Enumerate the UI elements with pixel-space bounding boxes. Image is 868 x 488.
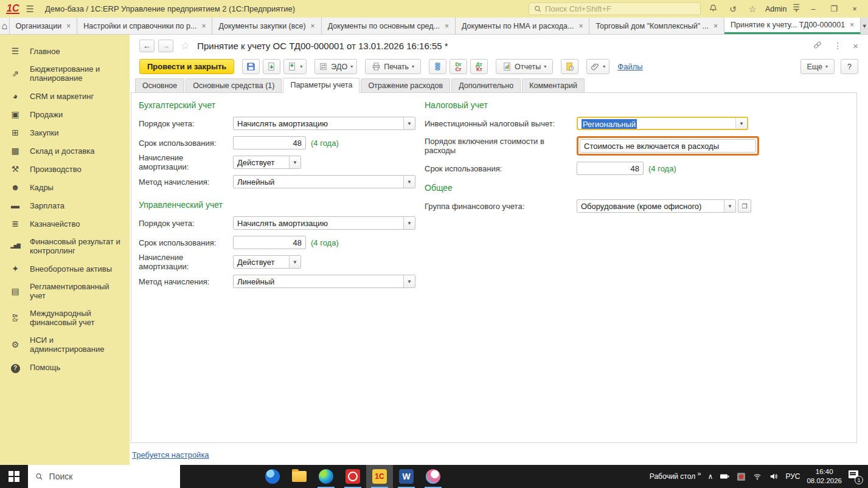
more-button[interactable]: Еще▾ bbox=[800, 59, 835, 74]
close-icon[interactable]: × bbox=[445, 22, 449, 30]
tab-nma-documents[interactable]: Документы по НМА и расхода...× bbox=[456, 18, 589, 34]
media-app-icon[interactable] bbox=[339, 465, 366, 488]
help-button[interactable]: ? bbox=[841, 59, 858, 74]
tab-expense-reflection[interactable]: Отражение расходов bbox=[361, 78, 450, 92]
kebab-menu-icon[interactable]: ⋮ bbox=[833, 41, 842, 50]
notifications-bell-icon[interactable] bbox=[707, 4, 720, 15]
chevron-down-icon[interactable]: ▼ bbox=[724, 200, 735, 212]
taskbar-search-input[interactable] bbox=[49, 472, 173, 481]
file-explorer-app-icon[interactable] bbox=[286, 465, 313, 488]
tab-fixed-assets-documents[interactable]: Документы по основным сред...× bbox=[322, 18, 456, 34]
tab-settings-references[interactable]: Настройки и справочники по р...× bbox=[77, 18, 212, 34]
close-icon[interactable]: × bbox=[850, 21, 854, 29]
language-indicator[interactable]: РУС bbox=[785, 472, 800, 481]
start-button[interactable] bbox=[0, 465, 28, 488]
chevron-down-icon[interactable]: ▼ bbox=[289, 156, 300, 168]
wifi-icon[interactable] bbox=[752, 472, 762, 481]
accounting-order-combo[interactable]: Начислять амортизацию▼ bbox=[233, 117, 415, 130]
maximize-button[interactable]: ❐ bbox=[827, 4, 841, 13]
tab-organizations[interactable]: Организации× bbox=[10, 18, 78, 34]
sidebar-item-crm[interactable]: ◕CRM и маркетинг bbox=[0, 87, 130, 105]
close-document-icon[interactable]: × bbox=[853, 41, 858, 51]
tab-list-dropdown[interactable]: ▼ bbox=[861, 18, 868, 34]
open-reference-icon[interactable]: ❐ bbox=[738, 199, 751, 213]
tax-useful-life-input[interactable]: 48 bbox=[577, 162, 644, 175]
global-search[interactable] bbox=[529, 2, 701, 15]
back-button[interactable]: ← bbox=[139, 40, 155, 52]
sidebar-item-hr[interactable]: ☻Кадры bbox=[0, 178, 130, 196]
tab-comment[interactable]: Комментарий bbox=[522, 78, 585, 92]
sidebar-item-treasury[interactable]: ≣Казначейство bbox=[0, 215, 130, 233]
tab-trading-house[interactable]: Торговый дом "Комплексный" ...× bbox=[589, 18, 724, 34]
word-app-icon[interactable]: W bbox=[393, 465, 420, 488]
sidebar-item-purchases[interactable]: ⊞Закупки bbox=[0, 123, 130, 142]
sidebar-item-salary[interactable]: ▬Зарплата bbox=[0, 196, 130, 215]
register-records-button[interactable] bbox=[429, 59, 446, 74]
sidebar-item-warehouse[interactable]: ▦Склад и доставка bbox=[0, 142, 130, 160]
sidebar-item-help[interactable]: ?Помощь bbox=[0, 358, 130, 377]
management-order-combo[interactable]: Начислять амортизацию▼ bbox=[233, 216, 415, 230]
accounting-useful-life-input[interactable]: 48 bbox=[233, 136, 306, 149]
favorite-star-icon[interactable]: ☆ bbox=[181, 40, 190, 52]
post-button[interactable] bbox=[263, 59, 280, 74]
scheduled-posting-button[interactable] bbox=[561, 59, 578, 74]
sidebar-item-regulated[interactable]: ▤Регламентированный учет bbox=[0, 278, 130, 304]
chevron-down-icon[interactable]: ▼ bbox=[403, 176, 415, 188]
taskbar-search[interactable] bbox=[28, 465, 180, 488]
reports-button[interactable]: Отчеты▾ bbox=[496, 59, 553, 74]
management-useful-life-input[interactable]: 48 bbox=[233, 236, 306, 249]
sidebar-item-international[interactable]: DrCrМеждународный финансовый учет bbox=[0, 304, 130, 331]
sidebar-item-nsi-admin[interactable]: ⚙НСИ и администрирование bbox=[0, 331, 130, 358]
cost-inclusion-order-field[interactable]: Стоимость не включается в расходы bbox=[580, 139, 756, 153]
close-icon[interactable]: × bbox=[201, 22, 206, 30]
tab-additional[interactable]: Дополнительно bbox=[451, 78, 521, 92]
tab-acceptance-document[interactable]: Принятие к учету... ТД00-000001× bbox=[724, 18, 861, 34]
desktop-toggle[interactable]: Рабочий стол » bbox=[650, 472, 701, 481]
setup-required-link[interactable]: Требуется настройка bbox=[132, 450, 209, 459]
create-based-on-button[interactable]: ▾ bbox=[283, 59, 307, 74]
favorites-star-icon[interactable]: ☆ bbox=[746, 4, 759, 14]
chevron-down-icon[interactable]: ▼ bbox=[735, 118, 747, 129]
1c-app-icon[interactable]: 1С bbox=[366, 465, 393, 488]
management-method-combo[interactable]: Линейный▼ bbox=[233, 275, 415, 288]
close-icon[interactable]: × bbox=[311, 22, 315, 30]
chevron-down-icon[interactable]: ▼ bbox=[289, 256, 300, 268]
forward-button[interactable]: → bbox=[158, 40, 173, 52]
edge-app-icon[interactable] bbox=[313, 465, 339, 488]
sidebar-item-sales[interactable]: ▣Продажи bbox=[0, 105, 130, 123]
close-icon[interactable]: × bbox=[66, 22, 71, 30]
financial-accounting-group-combo[interactable]: Оборудование (кроме офисного)▼ bbox=[577, 199, 736, 213]
thunderbird-app-icon[interactable] bbox=[259, 465, 286, 488]
sidebar-item-budgeting[interactable]: ⇗Бюджетирование и планирование bbox=[0, 60, 130, 87]
hidden-icons-chevron[interactable]: ∧ bbox=[708, 472, 713, 481]
management-depreciation-status-combo[interactable]: Действует▼ bbox=[233, 255, 301, 269]
post-and-close-button[interactable]: Провести и закрыть bbox=[139, 59, 234, 74]
main-menu-icon[interactable]: ☰▾ bbox=[793, 5, 800, 13]
minimize-button[interactable]: – bbox=[806, 4, 821, 13]
save-button[interactable] bbox=[242, 59, 260, 74]
volume-icon[interactable] bbox=[769, 472, 779, 481]
tab-purchase-documents[interactable]: Документы закупки (все)× bbox=[212, 18, 321, 34]
notification-center-icon[interactable]: 1 bbox=[849, 470, 862, 483]
chevron-down-icon[interactable]: ▼ bbox=[403, 275, 415, 287]
get-link-icon[interactable] bbox=[813, 40, 822, 52]
tab-fixed-assets[interactable]: Основные средства (1) bbox=[186, 78, 282, 92]
close-window-button[interactable]: × bbox=[847, 4, 862, 13]
current-user[interactable]: Admin bbox=[765, 5, 786, 13]
sidebar-item-finresult[interactable]: ▂▅▇Финансовый результат и контроллинг bbox=[0, 233, 130, 259]
tab-main[interactable]: Основное bbox=[135, 78, 184, 92]
history-icon[interactable]: ↺ bbox=[726, 4, 740, 14]
chevron-down-icon[interactable]: ▼ bbox=[403, 217, 415, 229]
print-button[interactable]: Печать▾ bbox=[365, 59, 421, 74]
hamburger-menu-icon[interactable]: ☰ bbox=[26, 4, 33, 15]
chevron-down-icon[interactable]: ▼ bbox=[403, 117, 415, 129]
close-icon[interactable]: × bbox=[578, 22, 583, 30]
tray-app-icon[interactable] bbox=[737, 472, 746, 481]
investment-tax-deduction-combo[interactable]: Региональный▼ bbox=[577, 117, 748, 130]
tab-accounting-parameters[interactable]: Параметры учета bbox=[283, 78, 359, 93]
dtkt-button[interactable]: ДтКт bbox=[470, 59, 488, 74]
sidebar-item-noncurrent-assets[interactable]: ✦Внеоборотные активы bbox=[0, 259, 130, 278]
global-search-input[interactable] bbox=[545, 4, 695, 13]
close-icon[interactable]: × bbox=[713, 22, 718, 30]
edo-button[interactable]: ЭДО▾ bbox=[314, 59, 357, 74]
